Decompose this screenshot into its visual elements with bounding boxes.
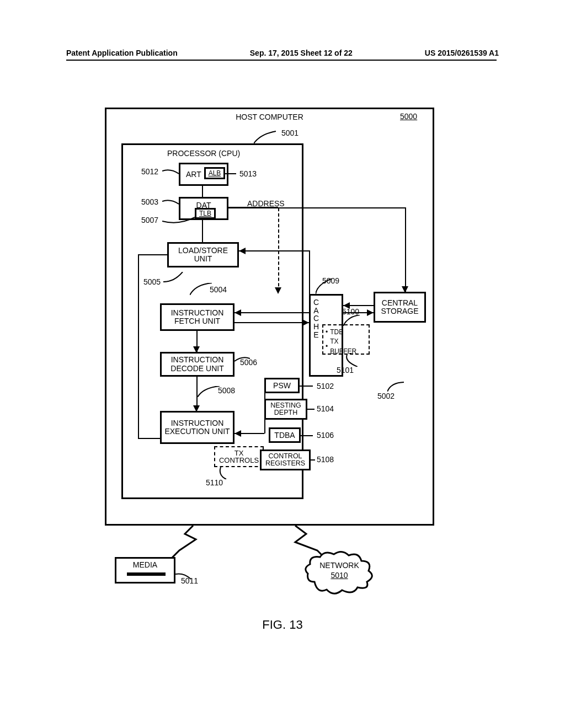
leader-5101 (344, 355, 358, 367)
media-label: MEDIA (133, 560, 157, 569)
ah-addr-cs (402, 286, 408, 293)
cache-label: CACHE (312, 298, 320, 339)
header-right: US 2015/0261539 A1 (425, 49, 499, 57)
ref-5013: 5013 (239, 169, 257, 178)
ref-5007: 5007 (141, 216, 158, 224)
zig-media (166, 526, 199, 559)
ref-5010: 5010 (331, 571, 348, 580)
tlb-box: TLB (195, 208, 216, 219)
leader-5106 (301, 435, 313, 436)
header-center: Sep. 17, 2015 Sheet 12 of 22 (250, 49, 353, 57)
txbuf-bullet: • (326, 342, 328, 351)
diagram-canvas: HOST COMPUTER 5000 5001 PROCESSOR (CPU) … (105, 108, 434, 593)
leader-5005 (163, 272, 185, 283)
nesting-label: NESTING DEPTH (266, 402, 306, 416)
leader-5008 (198, 386, 220, 397)
ref-5101: 5101 (337, 366, 354, 374)
conn-art-dat (202, 186, 203, 197)
leader-5013 (225, 173, 236, 174)
tlb-label: TLB (199, 210, 211, 217)
conn-ls-cache-h (239, 250, 309, 251)
decode-label: INSTRUCTION DECODE UNIT (162, 356, 233, 373)
tdb-label: TDB (330, 328, 343, 337)
leader-5003 (162, 199, 179, 207)
conn-bus-left (138, 254, 139, 439)
ref-5000: 5000 (400, 112, 417, 121)
conn-fetch-cache-b (234, 322, 309, 323)
cache-dash-box: •TDB •TX BUFFER (322, 324, 370, 355)
ah-cache-ls (239, 248, 246, 254)
conn-fetch-cache-t (234, 312, 309, 313)
network-cloud: NETWORK 5010 (303, 549, 375, 596)
ref-5004: 5004 (210, 285, 227, 294)
tx-controls-box: TX CONTROLS (214, 446, 264, 467)
conn-addr-down-cs (405, 207, 406, 292)
alb-label: ALB (209, 169, 221, 177)
ref-5006: 5006 (240, 358, 257, 367)
fetch-box: INSTRUCTION FETCH UNIT (160, 303, 234, 331)
media-slot (127, 572, 166, 576)
page-header: Patent Application Publication Sep. 17, … (0, 49, 565, 57)
leader-5001 (254, 130, 281, 143)
ref-5108: 5108 (317, 455, 334, 464)
conn-ls-left (138, 254, 167, 255)
leader-5110 (218, 467, 229, 479)
control-regs-box: CONTROL REGISTERS (260, 449, 311, 470)
ref-5102: 5102 (317, 382, 334, 390)
ah-fetch-cache-l (234, 309, 241, 316)
exec-box: INSTRUCTION EXECUTION UNIT (160, 411, 234, 444)
leader-5007 (162, 216, 195, 224)
ref-5110: 5110 (206, 478, 223, 487)
tdba-label: TDBA (274, 431, 295, 440)
conn-addr-right (228, 207, 405, 208)
ref-5009: 5009 (322, 276, 339, 285)
network-cloud-text: NETWORK 5010 (303, 561, 375, 580)
ref-5008: 5008 (218, 386, 235, 395)
ref-5012: 5012 (141, 167, 158, 176)
psw-box: PSW (264, 378, 300, 393)
nesting-box: NESTING DEPTH (264, 399, 307, 420)
ref-5106: 5106 (317, 431, 334, 440)
conn-dat-ls (202, 220, 203, 242)
conn-bus-exec (138, 438, 160, 439)
exec-label: INSTRUCTION EXECUTION UNIT (162, 419, 233, 436)
tx-controls-label: TX CONTROLS (215, 449, 263, 464)
leader-5104 (307, 409, 315, 410)
leader-5002 (387, 381, 404, 392)
psw-label: PSW (273, 381, 291, 390)
central-storage-label: CENTRAL STORAGE (375, 299, 424, 316)
figure-caption: FIG. 13 (0, 618, 565, 632)
leader-5100 (343, 315, 360, 326)
media-box: MEDIA (115, 557, 175, 584)
ah-exec-left (234, 430, 241, 437)
load-store-box: LOAD/STORE UNIT (167, 242, 239, 267)
leader-5004 (190, 283, 212, 295)
ref-5005: 5005 (143, 277, 161, 286)
caption-text: FIG. 13 (262, 618, 302, 631)
art-label: ART (186, 170, 201, 179)
ref-5104: 5104 (317, 404, 334, 413)
header-rule (66, 60, 497, 61)
leader-5102 (300, 386, 313, 387)
tdba-box: TDBA (269, 427, 301, 443)
control-regs-label: CONTROL REGISTERS (262, 453, 309, 467)
ref-5002: 5002 (377, 392, 395, 400)
decode-box: INSTRUCTION DECODE UNIT (160, 352, 234, 377)
host-computer-label: HOST COMPUTER (236, 113, 303, 121)
leader-5108 (311, 459, 315, 461)
leader-5012 (162, 168, 179, 176)
ah-cache-cs (367, 309, 374, 316)
alb-box: ALB (204, 167, 225, 179)
dash-addr-down (278, 208, 279, 292)
fetch-label: INSTRUCTION FETCH UNIT (162, 309, 233, 326)
tdb-bullet: • (326, 328, 328, 337)
ref-5011: 5011 (181, 576, 198, 585)
central-storage-box: CENTRAL STORAGE (374, 292, 426, 323)
ah-addr-cache (275, 287, 281, 294)
ah-fetch-cache-r (302, 319, 309, 326)
processor-label: PROCESSOR (CPU) (167, 149, 240, 158)
ref-5001: 5001 (281, 129, 299, 137)
network-label: NETWORK (319, 561, 359, 570)
load-store-label: LOAD/STORE UNIT (169, 247, 237, 264)
header-left: Patent Application Publication (66, 49, 178, 57)
